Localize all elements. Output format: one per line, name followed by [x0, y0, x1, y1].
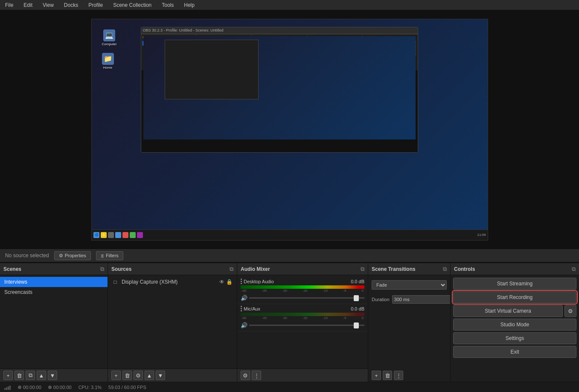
svg-rect-2: [8, 386, 9, 390]
controls-panel-header: Controls ⧉: [451, 263, 579, 275]
scene-item-interviews[interactable]: Interviews: [0, 277, 108, 287]
source-eye-icon[interactable]: 👁: [219, 279, 224, 285]
gear-icon-small: ⚙: [59, 253, 63, 258]
desktop-icon-home[interactable]: 📁 Home: [100, 51, 116, 71]
audio-menu-button[interactable]: ⋮: [252, 371, 261, 380]
scenes-add-button[interactable]: +: [3, 371, 13, 380]
audio-settings-button[interactable]: ⚙: [241, 371, 250, 380]
scenes-panel-footer: + 🗑 ⧉ ▲ ▼: [0, 369, 108, 382]
audio-desktop-fader-row: 🔊: [241, 294, 364, 302]
studio-mode-button[interactable]: Studio Mode: [453, 319, 576, 331]
transitions-duration-input[interactable]: [392, 295, 450, 304]
home-icon-label: Home: [103, 66, 112, 70]
controls-panel-content: Start Streaming Start Recording Start Vi…: [451, 275, 579, 360]
transitions-inner: Fade Duration ▲ ▼: [368, 277, 450, 309]
menu-profile[interactable]: Profile: [87, 1, 105, 9]
audio-desktop-left: Desktop Audio: [241, 279, 274, 284]
transitions-menu-button[interactable]: ⋮: [394, 371, 403, 380]
preview-desktop: 💻 Computer 📁 Home OBS 30.2.3 - Profile: …: [91, 19, 488, 241]
filters-label: Filters: [106, 253, 119, 258]
status-streaming-time: 00:00:00: [48, 385, 72, 390]
recording-dot: [18, 386, 21, 389]
audio-desktop-speaker-icon[interactable]: 🔊: [241, 295, 247, 301]
scenes-up-button[interactable]: ▲: [37, 371, 46, 380]
computer-icon: 💻: [103, 29, 115, 41]
audio-mic-fader-row: 🔊: [241, 321, 364, 329]
sources-add-button[interactable]: +: [111, 371, 121, 380]
transitions-add-button[interactable]: +: [372, 371, 381, 380]
transitions-panel-footer: + 🗑 ⋮: [368, 369, 450, 382]
controls-panel-title: Controls: [454, 266, 475, 272]
source-item-display-capture[interactable]: □ Display Capture (XSHM) 👁 🔒: [108, 277, 237, 287]
menu-view[interactable]: View: [41, 1, 55, 9]
source-item-label: Display Capture (XSHM): [122, 279, 177, 285]
properties-button[interactable]: ⚙ Properties: [54, 251, 91, 260]
sources-panel-footer: + 🗑 ⚙ ▲ ▼: [108, 369, 237, 382]
sources-panel-title: Sources: [111, 266, 131, 272]
audio-desktop-header: Desktop Audio 0.0 dB: [241, 279, 364, 284]
audio-mic-meter-container: -60-45-30-20-15-90: [241, 313, 364, 320]
inner-taskbar-icon6: [130, 232, 136, 238]
scenes-delete-button[interactable]: 🗑: [15, 371, 24, 380]
menu-docks[interactable]: Docks: [62, 1, 80, 9]
inner-taskbar-icon1: 🔵: [93, 232, 99, 238]
gear-icon: ⚙: [568, 308, 573, 314]
audio-mic-scale: -60-45-30-20-15-90: [241, 316, 364, 320]
desktop-background: 💻 Computer 📁 Home OBS 30.2.3 - Profile: …: [92, 19, 488, 240]
inner-taskbar-icon3: [108, 232, 114, 238]
filters-button[interactable]: ⧖ Filters: [96, 251, 123, 260]
audio-mic-db: 0.0 dB: [351, 306, 364, 311]
inner-taskbar-icon7: [137, 232, 143, 238]
controls-panel: Controls ⧉ Start Streaming Start Recordi…: [451, 263, 579, 382]
transitions-delete-button[interactable]: 🗑: [383, 371, 392, 380]
audio-mic-name: Mic/Aux: [244, 306, 260, 311]
transitions-type-select[interactable]: Fade: [372, 280, 447, 290]
audio-mic-menu[interactable]: [241, 306, 242, 311]
exit-button[interactable]: Exit: [453, 346, 576, 358]
scenes-panel-content: Interviews Screencasts: [0, 275, 108, 369]
audio-desktop-fader[interactable]: [249, 295, 364, 301]
virtual-camera-settings-button[interactable]: ⚙: [564, 305, 576, 317]
audio-mic-meter: [241, 313, 364, 316]
menu-edit[interactable]: Edit: [22, 1, 34, 9]
no-source-text: No source selected: [5, 253, 49, 258]
scenes-panel-header: Scenes ⧉: [0, 263, 108, 275]
sources-up-button[interactable]: ▲: [145, 371, 154, 380]
audio-channel-mic: Mic/Aux 0.0 dB -60-45-30-20-15-90 🔊: [237, 304, 368, 331]
cpu-value: CPU: 3.1%: [79, 385, 102, 390]
audio-desktop-menu[interactable]: [241, 279, 242, 284]
menubar: File Edit View Docks Profile Scene Colle…: [0, 0, 579, 10]
scene-item-screencasts[interactable]: Screencasts: [0, 287, 108, 297]
menu-tools[interactable]: Tools: [160, 1, 175, 9]
desktop-icon-computer[interactable]: 💻 Computer: [100, 28, 119, 48]
source-lock-icon[interactable]: 🔒: [226, 279, 233, 285]
menu-file[interactable]: File: [3, 1, 15, 9]
scenes-duplicate-button[interactable]: ⧉: [26, 371, 35, 380]
start-recording-button[interactable]: Start Recording: [453, 291, 576, 303]
inner-obs-window: OBS 30.2.3 - Profile: Untitled - Scenes:…: [141, 27, 418, 153]
menu-help[interactable]: Help: [182, 1, 196, 9]
audio-panel-footer: ⚙ ⋮: [237, 369, 368, 382]
status-fps: 59.03 / 60.00 FPS: [108, 385, 146, 390]
sources-delete-button[interactable]: 🗑: [122, 371, 132, 380]
svg-rect-3: [9, 386, 11, 390]
display-capture-icon: □: [112, 279, 118, 285]
settings-button[interactable]: Settings: [453, 332, 576, 344]
menu-scene-collection[interactable]: Scene Collection: [111, 1, 153, 9]
audio-mic-speaker-icon[interactable]: 🔊: [241, 322, 247, 328]
audio-desktop-meter-container: -60-45-30-20-15-90: [241, 285, 364, 293]
start-virtual-camera-button[interactable]: Start Virtual Camera: [453, 305, 563, 317]
computer-icon-label: Computer: [102, 42, 117, 46]
virtual-camera-row: Start Virtual Camera ⚙: [453, 305, 576, 317]
filter-icon: ⧖: [101, 253, 104, 258]
preview-area: 💻 Computer 📁 Home OBS 30.2.3 - Profile: …: [0, 10, 579, 249]
sources-down-button[interactable]: ▼: [156, 371, 165, 380]
sources-settings-button[interactable]: ⚙: [134, 371, 143, 380]
scenes-panel-title: Scenes: [3, 266, 21, 272]
audio-panel-header: Audio Mixer ⧉: [237, 263, 368, 275]
start-streaming-button[interactable]: Start Streaming: [453, 278, 576, 290]
inner-taskbar-icon2: ⭐: [101, 232, 107, 238]
scenes-down-button[interactable]: ▼: [48, 371, 57, 380]
audio-mic-fader[interactable]: [249, 322, 364, 328]
inner-obs-title: OBS 30.2.3 - Profile: Untitled - Scenes:…: [143, 28, 224, 32]
